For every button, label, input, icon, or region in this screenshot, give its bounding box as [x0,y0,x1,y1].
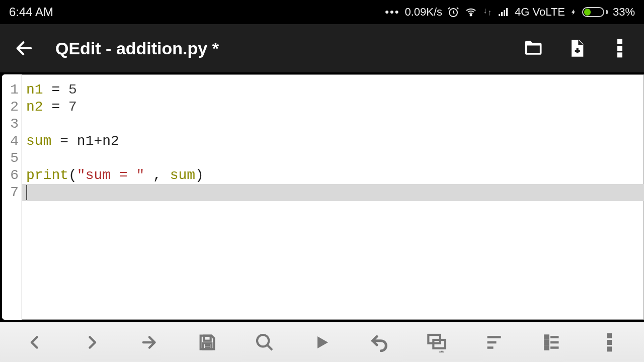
svg-point-1 [470,15,472,16]
nav-left-button[interactable] [12,327,57,357]
line-number: 6 [2,167,22,184]
open-folder-button[interactable] [518,33,548,63]
line-number-gutter: 1234567 [2,74,22,320]
signal-icon [498,6,510,18]
svg-rect-24 [545,346,548,349]
battery-icon [582,7,608,17]
list-button[interactable] [529,327,575,357]
line-number: 4 [2,133,22,150]
svg-rect-4 [504,10,505,16]
line-number: 5 [2,150,22,167]
svg-rect-6 [527,46,540,53]
nav-right-button[interactable] [69,327,115,357]
code-line[interactable] [26,150,640,167]
line-number: 3 [2,116,22,133]
charging-icon [570,6,577,18]
code-editor[interactable]: 1234567 n1 = 5n2 = 7sum = n1+n2print("su… [2,74,644,320]
svg-rect-3 [501,12,503,16]
goto-button[interactable] [127,327,172,357]
battery-percent: 33% [613,6,635,19]
run-button[interactable] [299,327,345,357]
svg-rect-2 [499,14,500,16]
alarm-icon [447,6,459,18]
svg-rect-26 [607,333,612,338]
app-bar: QEdit - addition.py * [0,24,644,72]
overflow-menu-button[interactable] [605,33,635,63]
wifi-icon [464,6,477,18]
code-line[interactable]: n2 = 7 [26,99,640,116]
network-label: 4G VoLTE [515,6,565,19]
code-line[interactable] [22,184,644,201]
svg-rect-8 [617,46,622,51]
app-title: QEdit - addition.py * [55,39,219,58]
status-more-icon: ••• [385,6,399,19]
code-line[interactable]: sum = n1+n2 [26,133,640,150]
status-time: 6:44 AM [9,5,53,19]
svg-rect-10 [204,335,210,340]
svg-rect-20 [545,335,548,338]
status-speed: 0.09K/s [405,6,442,19]
line-number: 7 [2,184,22,201]
text-cursor [26,185,27,200]
svg-rect-28 [607,346,612,351]
indent-button[interactable] [414,327,459,357]
svg-point-14 [257,335,269,346]
svg-rect-7 [617,39,622,44]
new-file-button[interactable] [561,33,592,63]
back-button[interactable] [9,33,39,63]
code-line[interactable]: print("sum = " , sum) [26,167,640,184]
code-line[interactable] [26,116,640,133]
svg-rect-27 [607,340,612,345]
svg-rect-5 [506,8,508,16]
code-line[interactable]: n1 = 5 [26,81,640,99]
code-area[interactable]: n1 = 5n2 = 7sum = n1+n2print("sum = " , … [22,74,644,320]
align-left-button[interactable] [471,327,517,357]
search-button[interactable] [242,327,287,357]
line-number: 2 [2,99,22,116]
undo-button[interactable] [357,327,402,357]
line-number: 1 [2,81,22,99]
svg-rect-22 [545,341,548,344]
editor-frame: 1234567 n1 = 5n2 = 7sum = n1+n2print("su… [0,72,644,322]
save-button[interactable] [185,327,230,357]
data-transfer-icon [482,6,493,18]
status-bar: 6:44 AM ••• 0.09K/s 4G VoLTE 33% [0,0,644,24]
bottom-toolbar [0,322,644,362]
toolbar-overflow-button[interactable] [587,327,632,357]
svg-rect-9 [617,52,622,57]
